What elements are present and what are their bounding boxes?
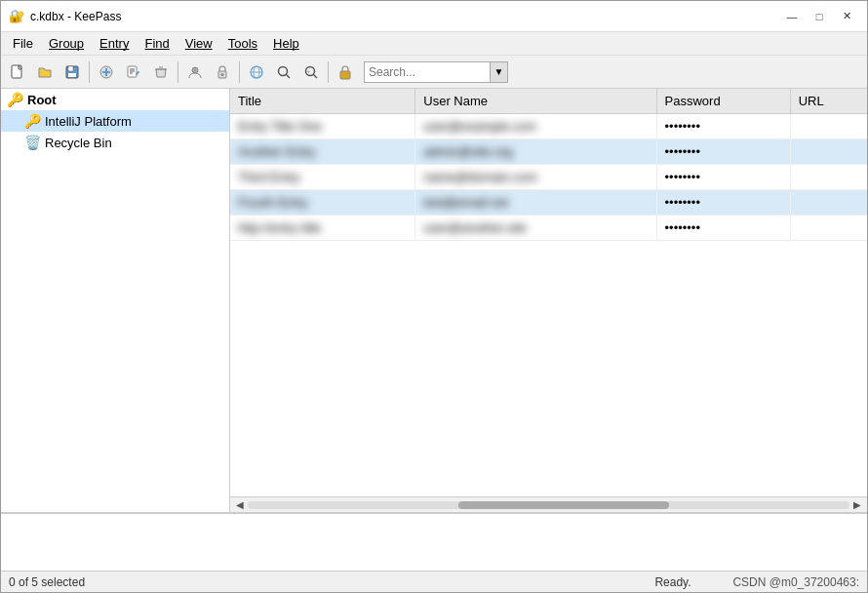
svg-line-24 bbox=[313, 74, 317, 78]
row2-username: admin@site.org bbox=[415, 139, 656, 165]
title-bar: 🔐 c.kdbx - KeePass — □ ✕ bbox=[1, 1, 867, 32]
status-branding: CSDN @m0_37200463: bbox=[732, 575, 859, 589]
window-controls: — □ ✕ bbox=[779, 7, 859, 26]
tree-panel: 🔑 Root 🔑 IntelliJ Platform 🗑️ Recycle Bi… bbox=[1, 89, 230, 512]
minimize-button[interactable]: — bbox=[779, 7, 805, 26]
row1-username-blurred: user@example.com bbox=[423, 119, 536, 134]
col-title[interactable]: Title bbox=[230, 89, 415, 114]
menu-entry[interactable]: Entry bbox=[92, 34, 137, 53]
row2-title: Another Entry bbox=[230, 139, 415, 165]
row3-title: Third Entry bbox=[230, 165, 415, 190]
tree-item-intellij[interactable]: 🔑 IntelliJ Platform bbox=[1, 110, 229, 132]
row4-url bbox=[790, 190, 867, 216]
row2-username-blurred: admin@site.org bbox=[423, 144, 512, 159]
row1-title-blurred: Entry Title One bbox=[238, 119, 322, 134]
row3-username-blurred: name@domain.com bbox=[423, 170, 537, 184]
row3-url bbox=[790, 165, 867, 190]
save-button[interactable] bbox=[59, 59, 85, 85]
open-url-button[interactable] bbox=[244, 59, 269, 85]
table-row[interactable]: http://entry title user@another.site •••… bbox=[230, 216, 867, 241]
menu-group[interactable]: Group bbox=[41, 34, 92, 53]
row5-title-blurred: http://entry title bbox=[238, 220, 321, 235]
search-input[interactable] bbox=[364, 61, 491, 83]
menu-find[interactable]: Find bbox=[137, 34, 177, 53]
svg-rect-4 bbox=[68, 66, 73, 71]
tree-root[interactable]: 🔑 Root bbox=[1, 89, 229, 110]
row1-title: Entry Title One bbox=[230, 114, 415, 139]
table-row[interactable]: Entry Title One user@example.com •••••••… bbox=[230, 114, 867, 139]
window-title: c.kdbx - KeePass bbox=[30, 10, 121, 23]
recycle-icon: 🗑️ bbox=[24, 135, 41, 150]
toolbar-sep-2 bbox=[178, 61, 178, 83]
root-key-icon: 🔑 bbox=[7, 92, 23, 107]
scroll-left-arrow[interactable]: ◀ bbox=[232, 499, 248, 510]
intellij-key-icon: 🔑 bbox=[24, 113, 41, 129]
col-password[interactable]: Password bbox=[656, 89, 790, 114]
svg-point-17 bbox=[221, 73, 224, 76]
col-username[interactable]: User Name bbox=[415, 89, 656, 114]
scroll-track[interactable] bbox=[248, 501, 849, 509]
table-row[interactable]: Fourth Entry test@email.net •••••••• bbox=[230, 190, 867, 216]
open-button[interactable] bbox=[32, 59, 58, 85]
row3-username: name@domain.com bbox=[415, 165, 656, 190]
status-ready: Ready. bbox=[654, 575, 732, 589]
maximize-button[interactable]: □ bbox=[807, 7, 832, 26]
status-selection: 0 of 5 selected bbox=[9, 575, 635, 589]
delete-entry-button[interactable] bbox=[148, 59, 174, 85]
row2-password: •••••••• bbox=[656, 139, 790, 165]
add-entry-button[interactable] bbox=[94, 59, 119, 85]
close-button[interactable]: ✕ bbox=[834, 7, 859, 26]
svg-rect-26 bbox=[340, 71, 350, 79]
row5-username-blurred: user@another.site bbox=[423, 220, 527, 235]
tree-item-recycle[interactable]: 🗑️ Recycle Bin bbox=[1, 132, 229, 153]
row3-password: •••••••• bbox=[656, 165, 790, 190]
row5-title: http://entry title bbox=[230, 216, 415, 241]
menu-bar: File Group Entry Find View Tools Help bbox=[1, 32, 867, 56]
menu-help[interactable]: Help bbox=[265, 34, 307, 53]
new-button[interactable] bbox=[5, 59, 30, 85]
search-dropdown-button[interactable]: ▼ bbox=[491, 61, 508, 83]
tree-item-intellij-label: IntelliJ Platform bbox=[45, 114, 132, 129]
main-content: 🔑 Root 🔑 IntelliJ Platform 🗑️ Recycle Bi… bbox=[1, 89, 867, 512]
tree-root-label: Root bbox=[27, 93, 57, 107]
status-bar: 0 of 5 selected Ready. CSDN @m0_37200463… bbox=[1, 571, 867, 592]
table-container: Title User Name Password URL Entry Title… bbox=[230, 89, 867, 496]
table-row[interactable]: Third Entry name@domain.com •••••••• bbox=[230, 165, 867, 190]
lock-button[interactable] bbox=[333, 59, 358, 85]
row3-title-blurred: Third Entry bbox=[238, 170, 300, 184]
preview-panel bbox=[1, 512, 867, 571]
row5-username: user@another.site bbox=[415, 216, 656, 241]
copy-password-button[interactable] bbox=[210, 59, 235, 85]
search-area: ▼ bbox=[364, 61, 508, 83]
entries-panel: Title User Name Password URL Entry Title… bbox=[230, 89, 867, 512]
svg-line-22 bbox=[286, 74, 290, 78]
menu-view[interactable]: View bbox=[178, 34, 220, 53]
row4-username: test@email.net bbox=[415, 190, 656, 216]
table-header-row: Title User Name Password URL bbox=[230, 89, 867, 114]
row4-password: •••••••• bbox=[656, 190, 790, 216]
row1-username: user@example.com bbox=[415, 114, 656, 139]
svg-point-15 bbox=[192, 67, 198, 73]
menu-tools[interactable]: Tools bbox=[220, 34, 265, 53]
search-options-button[interactable]: + bbox=[298, 59, 324, 85]
svg-text:+: + bbox=[307, 68, 310, 74]
svg-rect-5 bbox=[68, 73, 76, 77]
row1-password: •••••••• bbox=[656, 114, 790, 139]
row4-username-blurred: test@email.net bbox=[423, 195, 508, 210]
toolbar-sep-1 bbox=[89, 61, 90, 83]
tree-item-recycle-label: Recycle Bin bbox=[45, 136, 112, 150]
toolbar-sep-4 bbox=[328, 61, 329, 83]
edit-entry-button[interactable] bbox=[121, 59, 146, 85]
row4-title-blurred: Fourth Entry bbox=[238, 195, 308, 210]
scroll-thumb[interactable] bbox=[458, 501, 669, 509]
row2-title-blurred: Another Entry bbox=[238, 144, 316, 159]
col-url[interactable]: URL bbox=[790, 89, 867, 114]
copy-username-button[interactable] bbox=[182, 59, 208, 85]
toolbar-sep-3 bbox=[239, 61, 240, 83]
horizontal-scrollbar[interactable]: ◀ ▶ bbox=[230, 496, 867, 512]
menu-file[interactable]: File bbox=[5, 34, 41, 53]
search-button[interactable] bbox=[271, 59, 296, 85]
table-row[interactable]: Another Entry admin@site.org •••••••• bbox=[230, 139, 867, 165]
scroll-right-arrow[interactable]: ▶ bbox=[849, 499, 865, 510]
row2-url bbox=[790, 139, 867, 165]
